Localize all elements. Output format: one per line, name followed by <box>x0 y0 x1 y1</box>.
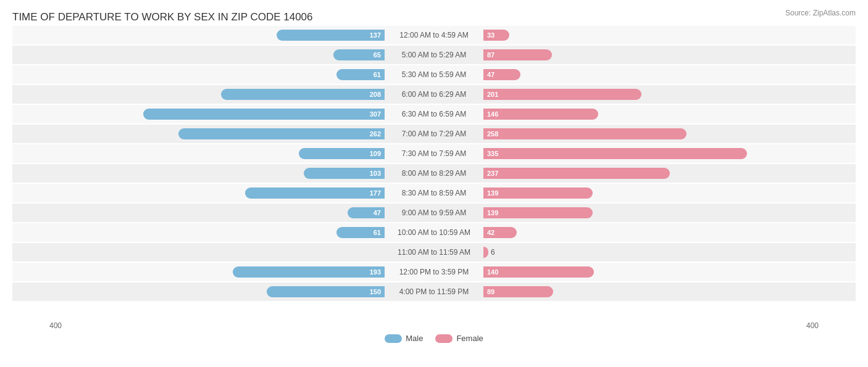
male-value-inside: 177 <box>367 189 385 197</box>
female-bar: 258 <box>483 128 686 139</box>
female-bar: 237 <box>483 168 670 179</box>
male-value-inside: 65 <box>370 51 385 59</box>
bar-left-wrap: 193 <box>12 263 385 281</box>
bar-left-wrap: 262 <box>12 125 385 143</box>
male-value-inside: 307 <box>367 110 385 118</box>
bar-right-wrap: 33 <box>483 26 856 44</box>
axis-labels: 400 400 <box>12 321 856 330</box>
time-label: 7:00 AM to 7:29 AM <box>385 130 483 138</box>
bar-right-wrap: 139 <box>483 204 856 222</box>
male-bar: 262 <box>178 128 385 139</box>
chart-row: 307 6:30 AM to 6:59 AM 146 <box>12 105 856 123</box>
bar-left-wrap: 307 <box>12 105 385 123</box>
legend-female-label: Female <box>456 334 483 343</box>
bar-left-wrap: 137 <box>12 26 385 44</box>
axis-label-left: 400 <box>49 321 62 330</box>
female-value-inside: 237 <box>483 170 501 177</box>
time-label: 6:00 AM to 6:29 AM <box>385 90 483 99</box>
female-value-inside: 42 <box>483 229 498 236</box>
legend-female-color <box>435 334 453 343</box>
bar-left-wrap: 150 <box>12 282 385 301</box>
bar-right-wrap: 146 <box>483 105 856 123</box>
male-value-inside: 109 <box>367 150 385 157</box>
bar-left-wrap: 208 <box>12 85 385 104</box>
bar-right-wrap: 6 <box>483 243 856 262</box>
bar-right-wrap: 201 <box>483 85 856 104</box>
male-bar: 65 <box>333 49 385 60</box>
male-bar: 61 <box>336 227 385 238</box>
female-bar: 201 <box>483 89 641 100</box>
bar-right-wrap: 237 <box>483 164 856 183</box>
bar-left-wrap: 103 <box>12 164 385 183</box>
female-value-inside: 335 <box>483 150 501 157</box>
female-bar: 87 <box>483 49 552 60</box>
bar-left-wrap: 61 <box>12 65 385 84</box>
male-bar: 103 <box>304 168 385 179</box>
male-value-inside: 47 <box>370 209 385 216</box>
female-value-inside: 139 <box>483 209 501 216</box>
chart-row: 177 8:30 AM to 8:59 AM 139 <box>12 184 856 202</box>
time-label: 12:00 AM to 4:59 AM <box>385 31 483 39</box>
time-label: 8:00 AM to 8:29 AM <box>385 169 483 178</box>
male-bar: 137 <box>277 30 385 41</box>
legend-male: Male <box>385 334 423 343</box>
male-value-inside: 137 <box>367 31 385 39</box>
male-bar: 109 <box>299 148 385 159</box>
female-value-outer: 6 <box>488 248 495 257</box>
bar-right-wrap: 258 <box>483 125 856 143</box>
chart-row: 262 7:00 AM to 7:29 AM 258 <box>12 125 856 143</box>
female-bar: 33 <box>483 30 509 41</box>
chart-source: Source: ZipAtlas.com <box>785 9 856 17</box>
female-bar: 140 <box>483 266 594 278</box>
male-value-inside: 208 <box>367 91 385 98</box>
male-bar: 150 <box>267 286 385 297</box>
female-bar: 47 <box>483 69 520 80</box>
time-label: 8:30 AM to 8:59 AM <box>385 189 483 197</box>
chart-row: 103 8:00 AM to 8:29 AM 237 <box>12 164 856 183</box>
male-value-inside: 193 <box>367 268 385 276</box>
chart-title: TIME OF DEPARTURE TO WORK BY SEX IN ZIP … <box>12 11 856 23</box>
time-label: 12:00 PM to 3:59 PM <box>385 268 483 276</box>
time-label: 5:30 AM to 5:59 AM <box>385 70 483 79</box>
female-bar: 89 <box>483 286 553 297</box>
male-value-inside: 103 <box>367 170 385 177</box>
time-label: 7:30 AM to 7:59 AM <box>385 149 483 158</box>
female-value-inside: 146 <box>483 110 501 118</box>
male-bar: 193 <box>233 266 385 278</box>
female-bar: 139 <box>483 207 593 218</box>
time-label: 11:00 AM to 11:59 AM <box>385 248 483 257</box>
chart-container: TIME OF DEPARTURE TO WORK BY SEX IN ZIP … <box>0 0 868 367</box>
chart-row: 208 6:00 AM to 6:29 AM 201 <box>12 85 856 104</box>
female-bar <box>483 247 488 258</box>
female-value-inside: 87 <box>483 51 498 59</box>
axis-label-right: 400 <box>806 321 819 330</box>
bar-left-wrap: 61 <box>12 223 385 242</box>
chart-area: 137 12:00 AM to 4:59 AM 33 65 5:00 AM to… <box>12 26 856 320</box>
female-value-inside: 201 <box>483 91 501 98</box>
female-bar: 335 <box>483 148 747 159</box>
chart-row: 193 12:00 PM to 3:59 PM 140 <box>12 263 856 281</box>
bar-right-wrap: 87 <box>483 46 856 64</box>
legend: Male Female <box>12 334 856 343</box>
female-bar: 139 <box>483 188 593 199</box>
bar-left-wrap: 47 <box>12 204 385 222</box>
male-bar: 177 <box>245 188 385 199</box>
legend-female: Female <box>435 334 483 343</box>
male-bar: 208 <box>221 89 385 100</box>
chart-row: 61 10:00 AM to 10:59 AM 42 <box>12 223 856 242</box>
male-value-inside: 262 <box>367 130 385 138</box>
male-value-inside: 61 <box>370 71 385 78</box>
time-label: 10:00 AM to 10:59 AM <box>385 228 483 237</box>
female-value-inside: 47 <box>483 71 498 78</box>
male-bar: 307 <box>143 109 385 120</box>
bar-right-wrap: 140 <box>483 263 856 281</box>
legend-male-color <box>385 334 402 343</box>
female-value-inside: 140 <box>483 268 501 276</box>
time-label: 9:00 AM to 9:59 AM <box>385 208 483 217</box>
bar-right-wrap: 47 <box>483 65 856 84</box>
bar-right-wrap: 42 <box>483 223 856 242</box>
chart-row: 11:00 AM to 11:59 AM 6 <box>12 243 856 262</box>
male-value-inside: 150 <box>367 288 385 295</box>
time-label: 4:00 PM to 11:59 PM <box>385 287 483 296</box>
bar-left-wrap: 109 <box>12 144 385 163</box>
